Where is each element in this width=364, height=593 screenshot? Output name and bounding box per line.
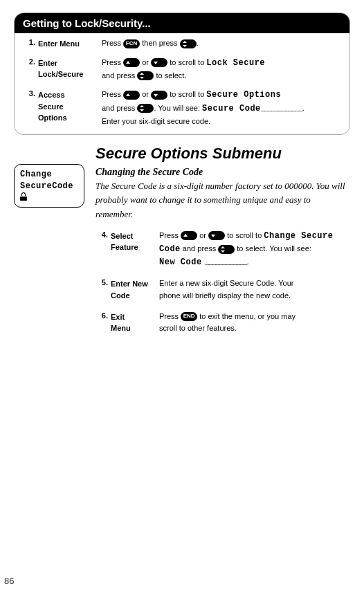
fcn-key-icon: FCN: [123, 39, 140, 48]
step-row: 4. Select Feature Press or to scroll to …: [95, 230, 350, 270]
step-label: Select Feature: [108, 230, 155, 253]
paragraph: The Secure Code is a six-digit number fa…: [95, 179, 350, 221]
down-key-icon: [208, 231, 225, 240]
step-row: 6. Exit Menu Press END to exit the menu,…: [95, 311, 350, 335]
lock-icon: [20, 194, 27, 201]
step-label: Exit Menu: [108, 311, 155, 334]
updown-key-icon: [137, 104, 154, 113]
step-row: 1. Enter Menu Press FCN then press .: [23, 37, 341, 50]
step-text: Press or to scroll to Lock Secure and pr…: [98, 57, 341, 82]
subheading: Changing the Secure Code: [95, 167, 350, 178]
lcd-text: Secure Options: [206, 90, 281, 100]
submenu-section: Change SecureCode Secure Options Submenu…: [14, 145, 350, 343]
card-title: Getting to Lock/Security...: [15, 13, 349, 33]
step-text: Press FCN then press .: [98, 37, 341, 50]
step-row: 5. Enter New Code Enter a new six-digit …: [95, 277, 350, 302]
down-key-icon: [151, 91, 167, 100]
up-key-icon: [181, 231, 197, 240]
step-text: Press END to exit the menu, or you may s…: [155, 311, 350, 335]
lcd-text: New Code: [159, 257, 202, 267]
step-text: Enter a new six-digit Secure Code. Your …: [155, 277, 350, 302]
lcd-text: Secure Code: [202, 104, 261, 113]
up-key-icon: [123, 58, 140, 67]
step-text: Press or to scroll to Change Secure Code…: [155, 230, 350, 270]
step-text: Press or to scroll to Secure Options and…: [98, 89, 341, 127]
step-number: 1.: [23, 37, 35, 46]
step-number: 2.: [23, 57, 35, 66]
step-label: Enter Lock/Secure: [35, 57, 98, 80]
step-number: 4.: [95, 230, 108, 239]
step-number: 6.: [95, 311, 108, 320]
updown-key-icon: [137, 71, 154, 80]
step-number: 5.: [95, 277, 108, 286]
lcd-text: Lock Secure: [206, 58, 265, 68]
updown-key-icon: [180, 39, 197, 48]
section-title: Secure Options Submenu: [95, 145, 350, 163]
down-key-icon: [151, 58, 167, 67]
content-column: Secure Options Submenu Changing the Secu…: [84, 145, 350, 343]
step-label: Enter New Code: [108, 277, 155, 301]
step-number: 3.: [23, 89, 35, 98]
end-key-icon: END: [181, 312, 197, 321]
page-number: 86: [4, 576, 14, 586]
lcd-text: Code: [159, 244, 181, 254]
step-label: Access Secure Options: [35, 89, 98, 124]
lcd-text: Change Secure: [264, 231, 333, 241]
updown-key-icon: [218, 245, 235, 254]
sidebar: Change SecureCode: [14, 145, 84, 208]
step-row: 2. Enter Lock/Secure Press or to scroll …: [23, 57, 341, 82]
up-key-icon: [123, 91, 140, 100]
step-label: Enter Menu: [35, 37, 98, 50]
step-row: 3. Access Secure Options Press or to scr…: [23, 89, 341, 127]
phone-screen-box: Change SecureCode: [14, 164, 84, 208]
instruction-card: Getting to Lock/Security... 1. Enter Men…: [14, 12, 350, 135]
steps-list: 4. Select Feature Press or to scroll to …: [95, 230, 350, 335]
card-body: 1. Enter Menu Press FCN then press . 2. …: [15, 33, 349, 134]
